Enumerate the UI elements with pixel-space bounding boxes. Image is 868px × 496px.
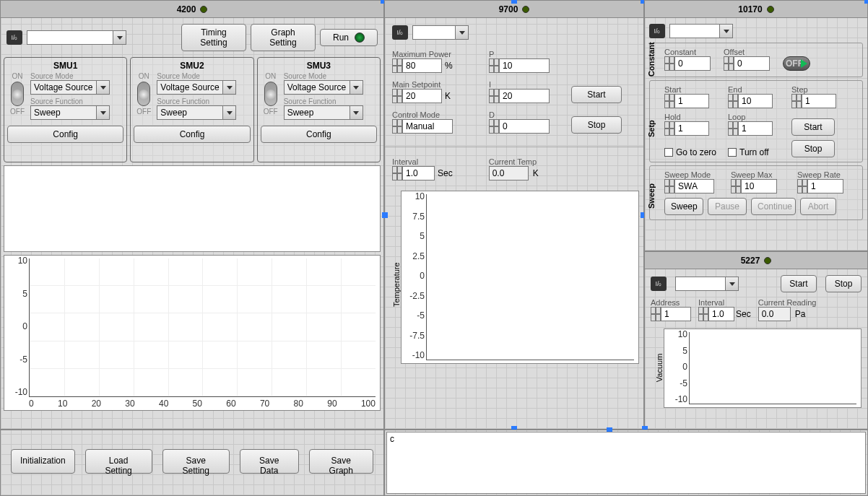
load-setting-button[interactable]: Load Setting (85, 449, 152, 474)
start-9700-button[interactable]: Start (571, 86, 622, 103)
smu2-toggle[interactable] (137, 82, 150, 106)
pause-button[interactable]: Pause (708, 198, 747, 215)
max-power-input[interactable]: % (392, 58, 479, 73)
timing-setting-button[interactable]: Timing Setting (181, 24, 246, 51)
interval-5227-input[interactable]: Sec (698, 307, 751, 321)
panel-4200: 4200 I/₀ Timing Setting Graph Setting Ru… (0, 0, 384, 430)
address-input[interactable] (651, 307, 691, 321)
constant-switch[interactable]: OFF (783, 56, 810, 71)
smu1-func-input[interactable] (30, 105, 97, 120)
stop-9700-button[interactable]: Stop (571, 116, 622, 134)
smu2-source-mode[interactable] (157, 80, 250, 95)
setp-start-button[interactable]: Start (791, 118, 835, 136)
smu1-config-button[interactable]: Config (7, 126, 123, 143)
source-func-label: Source Function (284, 97, 377, 105)
visa-input[interactable] (412, 25, 456, 40)
current-temp-label: Current Temp (489, 157, 539, 166)
title-4200: 4200 (1, 1, 383, 18)
offset-input[interactable] (724, 56, 770, 71)
stop-5227-button[interactable]: Stop (825, 275, 862, 292)
visa-select-4200[interactable] (27, 30, 126, 45)
sweep-max-input[interactable] (731, 179, 791, 193)
graph-4200[interactable]: 1050-5-10 0102030405060708090100 (4, 255, 381, 411)
setpoint-input[interactable]: K (392, 89, 479, 103)
initialization-button[interactable]: Initialization (11, 449, 75, 474)
interval-9700-input[interactable]: Sec (392, 166, 453, 180)
smu2-mode-input[interactable] (157, 80, 223, 95)
chevron-down-icon[interactable] (350, 105, 363, 120)
chevron-down-icon[interactable] (726, 277, 739, 291)
setp-stop-button[interactable]: Stop (791, 140, 835, 157)
sweep-mode-input[interactable] (664, 179, 725, 193)
graph-setting-button[interactable]: Graph Setting (251, 24, 316, 51)
save-data-button[interactable]: Save Data (240, 449, 299, 474)
current-reading-readout (758, 307, 791, 321)
chevron-down-icon[interactable] (97, 80, 110, 95)
log-textarea[interactable]: c (386, 432, 866, 494)
constant-tab-label: Constant (647, 42, 656, 77)
hold-input[interactable] (664, 121, 719, 136)
sweep-button[interactable]: Sweep (664, 198, 703, 215)
go-to-zero-checkbox[interactable]: Go to zero (664, 147, 719, 157)
visa-select-5227[interactable] (675, 277, 739, 291)
panel-10170: 10170 I/₀ Constant Constant (644, 0, 868, 251)
loop-input[interactable] (728, 121, 783, 136)
max-power-label: Maximum Power (392, 50, 479, 58)
start-input[interactable] (664, 94, 719, 108)
smu3-source-func[interactable] (284, 105, 377, 120)
smu2-config-button[interactable]: Config (134, 126, 250, 143)
graph-9700[interactable]: 107.552.50-2.5-5-7.5-10 (401, 191, 639, 364)
smu3-config-button[interactable]: Config (261, 126, 377, 143)
visa-input[interactable] (27, 30, 113, 45)
chevron-down-icon[interactable] (456, 25, 469, 40)
chevron-down-icon[interactable] (113, 30, 126, 45)
d-label: D (489, 110, 561, 119)
chevron-down-icon[interactable] (97, 105, 110, 120)
smu3-source-mode[interactable] (284, 80, 377, 95)
visa-input[interactable] (675, 277, 726, 291)
i-label: I (489, 80, 561, 89)
chevron-down-icon[interactable] (720, 24, 733, 38)
chevron-down-icon[interactable] (223, 105, 236, 120)
smu2-source-func[interactable] (157, 105, 250, 120)
smu1-source-mode[interactable] (30, 80, 123, 95)
start-5227-button[interactable]: Start (781, 275, 817, 292)
graph-5227[interactable]: 1050-5-10 (664, 329, 862, 408)
led-icon (764, 257, 771, 264)
abort-button[interactable]: Abort (800, 198, 836, 215)
p-input[interactable] (489, 58, 561, 73)
loop-label: Loop (728, 113, 783, 121)
visa-select-10170[interactable] (669, 24, 733, 38)
turn-off-checkbox[interactable]: Turn off (728, 147, 783, 157)
title-9700-text: 9700 (499, 4, 518, 14)
end-input[interactable] (728, 94, 783, 108)
smu3-toggle[interactable] (264, 82, 277, 106)
current-reading-label: Current Reading (758, 298, 817, 307)
d-input[interactable] (489, 119, 561, 134)
visa-input[interactable] (669, 24, 720, 38)
ctrl-mode-input[interactable] (392, 119, 479, 134)
results-table[interactable] (4, 165, 381, 252)
smu1-source-func[interactable] (30, 105, 123, 120)
on-label: ON (12, 72, 23, 80)
smu3-mode-input[interactable] (284, 80, 350, 95)
smu3-func-input[interactable] (284, 105, 350, 120)
constant-input[interactable] (664, 56, 711, 71)
io-icon: I/₀ (392, 25, 408, 40)
save-setting-button[interactable]: Save Setting (162, 449, 230, 474)
smu2-func-input[interactable] (157, 105, 223, 120)
smu1-toggle[interactable] (11, 82, 24, 106)
i-input[interactable] (489, 89, 561, 103)
interval-5227-label: Interval (698, 298, 751, 307)
run-button[interactable]: Run (320, 29, 378, 46)
step-input[interactable] (791, 94, 846, 108)
continue-button[interactable]: Continue (751, 198, 796, 215)
smu1-mode-input[interactable] (30, 80, 97, 95)
chevron-down-icon[interactable] (350, 80, 363, 95)
sweep-rate-input[interactable] (797, 179, 858, 193)
visa-select-9700[interactable] (412, 25, 469, 40)
chevron-down-icon[interactable] (223, 80, 236, 95)
save-graph-button[interactable]: Save Graph (309, 449, 373, 474)
yaxis-5227: 1050-5-10 (667, 329, 687, 404)
yaxis-4200: 1050-5-10 (7, 256, 27, 397)
